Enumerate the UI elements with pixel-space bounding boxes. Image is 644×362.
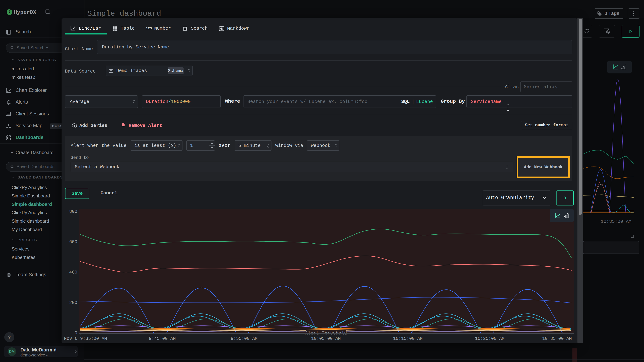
svg-text:Alert Threshold: Alert Threshold	[305, 331, 347, 336]
svg-text:10:35:00 AM: 10:35:00 AM	[601, 219, 632, 224]
